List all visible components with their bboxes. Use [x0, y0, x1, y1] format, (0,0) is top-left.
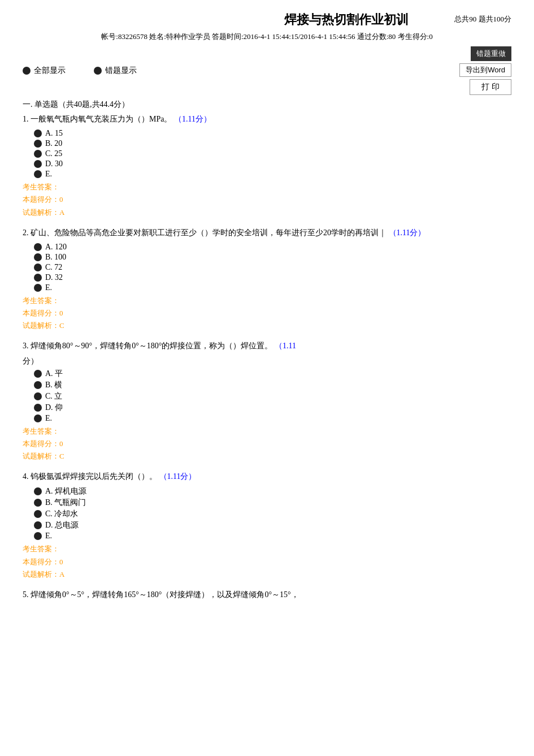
q3-score-cont: 分）: [23, 357, 38, 365]
q2-answer-section: 考生答案： 本题得分：0 试题解析：C: [23, 295, 511, 332]
q4-answer-section: 考生答案： 本题得分：0 试题解析：A: [23, 543, 511, 580]
q3-opt-e: E.: [34, 414, 511, 423]
q1-body: 一般氧气瓶内氧气充装压力为（）MPa。: [31, 115, 172, 123]
q4-body: 钨极氩弧焊焊接完以后先关闭（）。: [31, 472, 157, 481]
q4-opt-a: A. 焊机电源: [34, 486, 511, 496]
q1-dot-a: [34, 129, 42, 137]
q2-student-score: 本题得分：0: [23, 307, 511, 319]
q1-opt-a: A. 15: [34, 129, 511, 138]
q4-student-score: 本题得分：0: [23, 556, 511, 568]
question-5: 5. 焊缝倾角0°～5°，焊缝转角165°～180°（对接焊缝），以及焊缝倾角0…: [23, 589, 511, 601]
q1-dot-d: [34, 160, 42, 168]
q4-opt-b: B. 气瓶阀门: [34, 498, 511, 508]
q3-opt-a: A. 平: [34, 369, 511, 379]
q2-dot-b: [34, 253, 42, 261]
q2-dot-c: [34, 263, 42, 271]
q3-dot-d: [34, 404, 42, 412]
q3-analysis: 试题解析：C: [23, 450, 511, 463]
question-2: 2. 矿山、危险物品等高危企业要对新职工进行至少（）学时的安全培训，每年进行至少…: [23, 227, 511, 332]
toolbar-display: 全部显示 错题显示: [23, 66, 137, 76]
q3-opt-d: D. 仰: [34, 403, 511, 413]
toggle-all-label: 全部显示: [34, 66, 66, 76]
q1-answer-section: 考生答案： 本题得分：0 试题解析：A: [23, 181, 511, 218]
q3-opt-b: B. 横: [34, 380, 511, 390]
q3-opt-c: C. 立: [34, 391, 511, 401]
q3-dot-a: [34, 370, 42, 378]
page-title: 焊接与热切割作业初训: [238, 11, 454, 28]
q4-opt-d: D. 总电源: [34, 520, 511, 530]
q4-options: A. 焊机电源 B. 气瓶阀门 C. 冷却水 D. 总电源 E.: [34, 486, 511, 541]
questions-container: 1. 一般氧气瓶内氧气充装压力为（）MPa。 （1.11分） A. 15 B. …: [23, 113, 511, 601]
toggle-all[interactable]: 全部显示: [23, 66, 66, 76]
q2-student-answer: 考生答案：: [23, 295, 511, 307]
question-4: 4. 钨极氩弧焊焊接完以后先关闭（）。 （1.11分） A. 焊机电源 B. 气…: [23, 470, 511, 581]
toolbar-row: 全部显示 错题显示 错题重做 导出到Word 打 印: [23, 46, 511, 95]
q4-dot-c: [34, 510, 42, 518]
q2-options: A. 120 B. 100 C. 72 D. 32 E.: [34, 243, 511, 292]
question-1: 1. 一般氧气瓶内氧气充装压力为（）MPa。 （1.11分） A. 15 B. …: [23, 113, 511, 219]
q2-opt-e: E.: [34, 283, 511, 292]
btn-print[interactable]: 打 印: [470, 79, 511, 95]
btn-export[interactable]: 导出到Word: [459, 63, 511, 77]
q3-dot-c: [34, 392, 42, 400]
q1-student-score: 本题得分：0: [23, 193, 511, 206]
question-5-text: 5. 焊缝倾角0°～5°，焊缝转角165°～180°（对接焊缝），以及焊缝倾角0…: [23, 589, 511, 601]
q1-number: 1.: [23, 115, 31, 123]
q2-opt-a: A. 120: [34, 243, 511, 252]
q4-dot-a: [34, 487, 42, 495]
q1-opt-b: B. 20: [34, 139, 511, 148]
q1-options: A. 15 B. 20 C. 25 D. 30 E.: [34, 129, 511, 179]
q4-student-answer: 考生答案：: [23, 543, 511, 555]
q2-opt-b: B. 100: [34, 253, 511, 262]
question-2-text: 2. 矿山、危险物品等高危企业要对新职工进行至少（）学时的安全培训，每年进行至少…: [23, 227, 511, 239]
toggle-wrong-label: 错题显示: [105, 66, 137, 76]
q3-answer-section: 考生答案： 本题得分：0 试题解析：C: [23, 425, 511, 463]
q1-opt-c: C. 25: [34, 149, 511, 158]
total-info: 总共90 题共100分: [454, 11, 511, 24]
q1-dot-e: [34, 170, 42, 178]
q3-dot-b: [34, 381, 42, 389]
section-title: 一. 单选题（共40题,共44.4分）: [23, 100, 511, 110]
q3-student-score: 本题得分：0: [23, 438, 511, 450]
q1-analysis: 试题解析：A: [23, 206, 511, 219]
q4-opt-c: C. 冷却水: [34, 509, 511, 519]
q4-number: 4.: [23, 472, 31, 481]
q2-dot-d: [34, 274, 42, 282]
question-1-text: 1. 一般氧气瓶内氧气充装压力为（）MPa。 （1.11分）: [23, 113, 511, 126]
q3-options: A. 平 B. 横 C. 立 D. 仰 E.: [34, 369, 511, 423]
q5-body: 焊缝倾角0°～5°，焊缝转角165°～180°（对接焊缝），以及焊缝倾角0°～1…: [31, 590, 299, 599]
q3-body: 焊缝倾角80°～90°，焊缝转角0°～180°的焊接位置，称为（）焊位置。: [31, 342, 272, 350]
q4-analysis: 试题解析：A: [23, 568, 511, 581]
q1-score: （1.11分）: [174, 115, 211, 123]
q4-dot-b: [34, 499, 42, 507]
q2-opt-c: C. 72: [34, 263, 511, 272]
q5-number: 5.: [23, 590, 31, 599]
q1-opt-e: E.: [34, 170, 511, 179]
btn-cuoti[interactable]: 错题重做: [471, 46, 511, 61]
q3-number: 3.: [23, 342, 31, 350]
q4-dot-e: [34, 532, 42, 540]
q1-dot-b: [34, 140, 42, 148]
q2-analysis: 试题解析：C: [23, 319, 511, 332]
meta-row: 帐号:83226578 姓名:特种作业学员 答题时间:2016-4-1 15:4…: [23, 32, 511, 42]
q2-opt-d: D. 32: [34, 273, 511, 282]
q1-dot-c: [34, 150, 42, 158]
q3-dot-e: [34, 414, 42, 422]
q1-opt-d: D. 30: [34, 159, 511, 169]
toggle-all-dot: [23, 67, 31, 75]
q2-body: 矿山、危险物品等高危企业要对新职工进行至少（）学时的安全培训，每年进行至少20学…: [31, 228, 387, 237]
q1-student-answer: 考生答案：: [23, 181, 511, 193]
question-3: 3. 焊缝倾角80°～90°，焊缝转角0°～180°的焊接位置，称为（）焊位置。…: [23, 340, 511, 463]
q2-dot-a: [34, 243, 42, 251]
toolbar-right: 错题重做 导出到Word 打 印: [459, 46, 511, 95]
q2-number: 2.: [23, 228, 31, 237]
q3-student-answer: 考生答案：: [23, 425, 511, 438]
page-header: 焊接与热切割作业初训 总共90 题共100分: [23, 11, 511, 28]
toggle-wrong[interactable]: 错题显示: [94, 66, 137, 76]
q4-dot-d: [34, 521, 42, 529]
question-3-text: 3. 焊缝倾角80°～90°，焊缝转角0°～180°的焊接位置，称为（）焊位置。…: [23, 340, 511, 352]
toggle-wrong-dot: [94, 67, 102, 75]
q3-score: （1.11: [275, 342, 296, 350]
q4-opt-e: E.: [34, 532, 511, 541]
q2-dot-e: [34, 284, 42, 292]
